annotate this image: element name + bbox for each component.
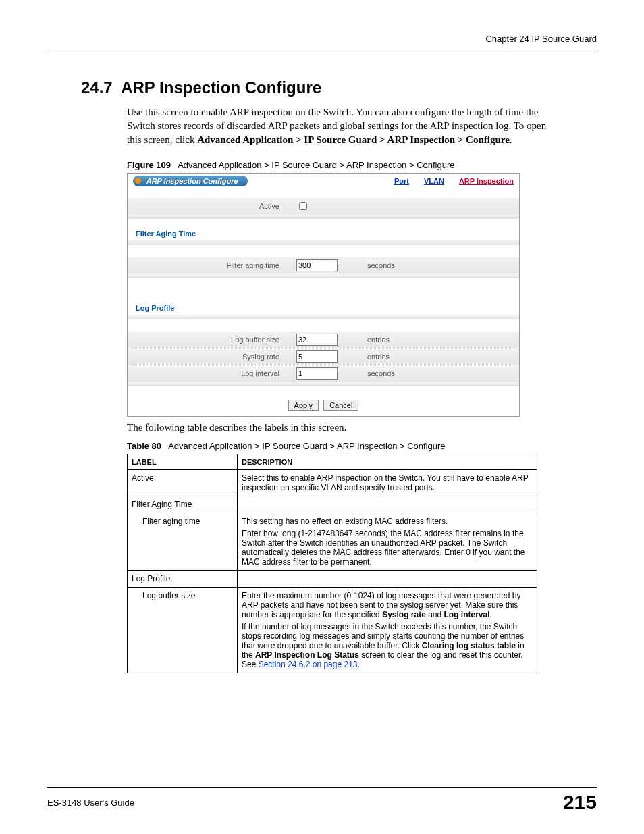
section-heading: 24.7 ARP Inspection Configure — [81, 78, 597, 97]
cell-para: Enter the maximum number (0-1024) of log… — [242, 591, 533, 619]
section-link[interactable]: Section 24.6.2 on page 213 — [259, 660, 358, 669]
log-interval-unit: seconds — [367, 369, 512, 377]
intro-text-end: . — [510, 134, 512, 145]
syslog-rate-label: Syslog rate — [134, 353, 296, 361]
cell-desc — [238, 496, 537, 513]
cell-label: Filter Aging Time — [128, 496, 238, 513]
cancel-button[interactable]: Cancel — [323, 400, 358, 411]
table-caption-text: Advanced Application > IP Source Guard >… — [168, 441, 445, 451]
log-interval-input[interactable] — [296, 367, 338, 380]
cell-label: Log Profile — [128, 571, 238, 588]
port-link[interactable]: Port — [394, 177, 409, 185]
cell-para: This setting has no effect on existing M… — [242, 517, 533, 526]
table-row: Log Profile — [128, 571, 537, 588]
panel-title-pill: ARP Inspection Configure — [133, 176, 248, 186]
log-buffer-size-unit: entries — [367, 336, 512, 344]
apply-button[interactable]: Apply — [288, 400, 319, 411]
filter-aging-section: Filter Aging Time — [128, 224, 519, 240]
panel-title: ARP Inspection Configure — [146, 177, 238, 185]
table-label: Table 80 — [127, 441, 161, 451]
intro-paragraph: Use this screen to enable ARP inspection… — [127, 105, 549, 147]
cell-label: Filter aging time — [128, 513, 238, 571]
cell-para: Enter how long (1-2147483647 seconds) th… — [242, 529, 533, 567]
log-profile-section: Log Profile — [128, 298, 519, 315]
cell-label: Active — [128, 470, 238, 496]
footer: ES-3148 User's Guide 215 — [47, 787, 597, 814]
cell-desc: Select this to enable ARP inspection on … — [238, 470, 537, 496]
chapter-title: Chapter 24 IP Source Guard — [47, 34, 597, 44]
figure-label: Figure 109 — [127, 160, 171, 170]
cell-para: If the number of log messages in the Swi… — [242, 622, 533, 669]
label-description-table: LABEL DESCRIPTION Active Select this to … — [127, 454, 537, 673]
filter-aging-time-input[interactable] — [296, 259, 338, 271]
figure-caption-text: Advanced Application > IP Source Guard >… — [178, 160, 454, 170]
cell-desc: This setting has no effect on existing M… — [238, 513, 537, 571]
syslog-rate-unit: entries — [367, 353, 512, 361]
table-caption: Table 80 Advanced Application > IP Sourc… — [127, 441, 597, 451]
footer-page-number: 215 — [563, 791, 597, 814]
th-label: LABEL — [128, 454, 238, 470]
section-title: ARP Inspection Configure — [121, 78, 321, 97]
log-buffer-size-input[interactable] — [296, 334, 338, 346]
arp-inspection-link[interactable]: ARP Inspection — [459, 177, 514, 185]
section-number: 24.7 — [81, 78, 113, 97]
cell-desc: Enter the maximum number (0-1024) of log… — [238, 588, 537, 673]
cell-desc — [238, 571, 537, 588]
figure-caption: Figure 109 Advanced Application > IP Sou… — [127, 160, 597, 170]
log-buffer-size-label: Log buffer size — [134, 336, 296, 344]
arp-configure-screenshot: ARP Inspection Configure Port VLAN ARP I… — [127, 173, 520, 417]
active-checkbox[interactable] — [299, 202, 307, 210]
log-interval-label: Log interval — [134, 369, 296, 377]
post-figure-text: The following table describes the labels… — [127, 421, 549, 434]
filter-aging-time-label: Filter aging time — [134, 261, 296, 269]
active-label: Active — [134, 202, 296, 210]
table-row: Filter Aging Time — [128, 496, 537, 513]
cell-label: Log buffer size — [128, 588, 238, 673]
table-row: Log buffer size Enter the maximum number… — [128, 588, 537, 673]
table-row: Filter aging time This setting has no ef… — [128, 513, 537, 571]
th-description: DESCRIPTION — [238, 454, 537, 470]
intro-text-bold: Advanced Application > IP Source Guard >… — [197, 134, 510, 145]
footer-guide: ES-3148 User's Guide — [47, 798, 134, 808]
filter-aging-time-unit: seconds — [367, 261, 512, 269]
header-rule — [47, 51, 597, 51]
syslog-rate-input[interactable] — [296, 350, 338, 363]
table-row: Active Select this to enable ARP inspect… — [128, 470, 537, 496]
vlan-link[interactable]: VLAN — [424, 177, 444, 185]
